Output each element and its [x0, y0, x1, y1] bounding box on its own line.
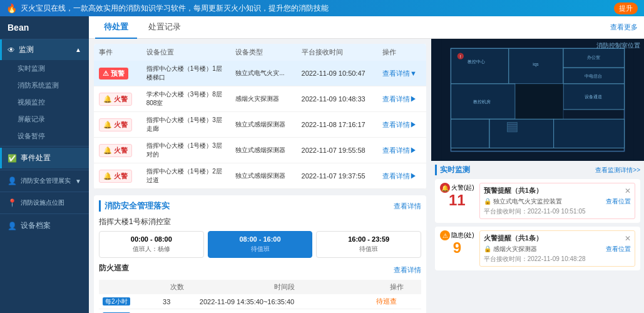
- sidebar-item-fire-mgmt[interactable]: 👤 消防安全管理展实 ▼: [0, 172, 89, 190]
- event-row-4: 🔔 火警 指挥中心大楼（1号楼）2层 过道 独立式感烟探测器 2022-11-0…: [94, 163, 426, 189]
- alarm-device-1: 🔒感烟火灾探测器 查看位置: [484, 245, 631, 254]
- event-action-1[interactable]: 查看详情▶: [377, 86, 426, 112]
- event-type-icon-2: 🔔: [103, 121, 112, 129]
- event-action-0[interactable]: 查看详情▼: [377, 61, 426, 86]
- event-row-0: ⚠ 预警 指挥中心大楼（1号楼）1层 楼梯口 独立式电气火灾... 2022-1…: [94, 61, 426, 86]
- svg-rect-14: [515, 84, 563, 119]
- event-type-icon-0: ⚠: [103, 69, 109, 78]
- event-row-1: 🔔 火警 学术中心大楼（3号楼）8层 808室 感烟火灾探测器 2022-11-…: [94, 86, 426, 112]
- patrol-view-more[interactable]: 查看详情: [394, 265, 421, 275]
- col-time: 平台接收时间: [297, 44, 378, 61]
- event-badge-1: 🔔 火警: [99, 93, 132, 106]
- patrol-row-0: 每2小时 33 2022-11-09 14:35:40~16:35:40 待巡查: [99, 294, 421, 309]
- shift-cards: 00:00 - 08:00 值班人：杨修 08:00 - 16:00 待值班 1…: [99, 231, 421, 258]
- col-event: 事件: [94, 44, 141, 61]
- event-type-icon-4: 🔔: [103, 172, 112, 180]
- alarm-location-btn-0[interactable]: 查看位置: [606, 197, 631, 206]
- event-action-2[interactable]: 查看详情▶: [377, 112, 426, 138]
- event-badge-3: 🔔 火警: [99, 144, 132, 157]
- shift-card-2: 16:00 - 23:59 待值班: [316, 231, 421, 258]
- sidebar-item-device-file[interactable]: 👤 设备档案: [0, 215, 89, 236]
- alarm-time-1: 平台接收时间：2022-11-09 10:48:28: [484, 255, 631, 264]
- file-icon: 👤: [8, 222, 17, 230]
- event-device-3: 独立式感烟探测器: [230, 138, 296, 163]
- banner-text: 灭火宝贝在线，一款高效实用的消防知识学习软件，每周更新灭火小知识，提升您的消防技…: [21, 3, 610, 14]
- alarm-type-label-1: 隐患(处): [451, 231, 474, 240]
- patrol-action-0[interactable]: 待巡查: [376, 297, 397, 305]
- alarm-time-0: 平台接收时间：2022-11-09 10:51:05: [484, 207, 631, 216]
- tab-pending[interactable]: 待处置: [95, 16, 137, 39]
- svg-text:设备通道: 设备通道: [585, 95, 602, 100]
- alarm-detail-title-0: 预警提醒（共1条）: [484, 186, 543, 195]
- event-badge-0: ⚠ 预警: [99, 68, 128, 80]
- event-type-icon-1: 🔔: [103, 95, 112, 103]
- event-device-1: 感烟火灾探测器: [230, 86, 296, 112]
- upgrade-button[interactable]: 提升: [614, 3, 638, 14]
- tab-handled[interactable]: 处置记录: [140, 16, 190, 39]
- patrol-table: 次数 时间段 操作 每2小时 33 2022-11-09 14:35:40~16…: [99, 280, 421, 313]
- sidebar-item-video[interactable]: 视频监控: [0, 94, 89, 111]
- col-location: 设备位置: [141, 44, 231, 61]
- event-time-4: 2022-11-07 19:37:55: [297, 163, 378, 189]
- patrol-badge-0: 每2小时: [103, 297, 130, 305]
- shift-card-1: 08:00 - 16:00 待值班: [208, 231, 313, 258]
- event-time-1: 2022-11-09 10:48:33: [297, 86, 378, 112]
- sidebar: Bean 👁 监测 ▲ 实时监测 消防系统监测 视频监控 屏蔽记录 设备暂停 ✅…: [0, 16, 89, 313]
- alarm-detail-box-1: 火警提醒（共1条） ✕ 🔒感烟火灾探测器 查看位置 平台接收时间：2022-11…: [479, 230, 635, 267]
- event-location-4: 指挥中心大楼（1号楼）2层 过道: [141, 163, 231, 189]
- col-device: 设备类型: [230, 44, 296, 61]
- alarm-count-0: 11: [449, 193, 466, 208]
- svg-rect-17: [554, 119, 625, 148]
- sidebar-logo: Bean: [0, 16, 89, 39]
- sidebar-item-screen[interactable]: 屏蔽记录: [0, 111, 89, 128]
- shift-card-0: 00:00 - 08:00 值班人：杨修: [99, 231, 204, 258]
- event-location-3: 指挥中心大楼（1号楼）3层 对的: [141, 138, 231, 163]
- alarm-cards: 🔔 火警(起) 11 预警提醒（共1条） ✕ 🔒独立式电气火灾监控装置 查看位置…: [435, 179, 640, 270]
- alarm-location-btn-1[interactable]: 查看位置: [606, 245, 631, 254]
- event-type-2: 🔔 火警: [94, 112, 141, 138]
- floor-plan-svg: 教控中心 iqs 办公室 中电信台 教控机房 设备通道: [431, 39, 644, 161]
- svg-text:教控中心: 教控中心: [468, 59, 486, 64]
- svg-rect-15: [451, 119, 489, 148]
- event-time-3: 2022-11-07 19:55:58: [297, 138, 378, 163]
- sidebar-item-fire-point[interactable]: 📍 消防设施点位图: [0, 193, 89, 212]
- view-more-link[interactable]: 查看更多: [610, 23, 638, 32]
- alarm-count-1: 9: [453, 240, 461, 255]
- sidebar-item-fire-sys[interactable]: 消防系统监测: [0, 77, 89, 94]
- event-device-0: 独立式电气火灾...: [230, 61, 296, 86]
- alarm-card-1: ⚠ 隐患(处) 9 火警提醒（共1条） ✕ 🔒感烟火灾探测器 查看位置 平台接收…: [435, 227, 640, 270]
- map-label: 消防控制室位置: [596, 41, 640, 50]
- event-action-3[interactable]: 查看详情▶: [377, 138, 426, 163]
- sidebar-item-device-stop[interactable]: 设备暂停: [0, 128, 89, 145]
- svg-rect-20: [508, 122, 517, 131]
- event-device-4: 独立式感烟探测器: [230, 163, 296, 189]
- event-action-4[interactable]: 查看详情▶: [377, 163, 426, 189]
- pin-icon: 📍: [8, 198, 17, 207]
- chevron-down-icon: ▼: [75, 178, 81, 185]
- sidebar-item-event-handle[interactable]: ✅ 事件处置: [0, 148, 89, 168]
- event-type-0: ⚠ 预警: [94, 61, 141, 86]
- alarm-close-btn-1[interactable]: ✕: [625, 234, 631, 243]
- event-type-icon-3: 🔔: [103, 146, 112, 155]
- alarm-detail-title-1: 火警提醒（共1条）: [484, 233, 543, 243]
- alarm-type-label-0: 火警(起): [451, 183, 474, 192]
- patrol-title: 防火巡查: [99, 263, 129, 274]
- mgmt-title: 消防安全管理落实 查看详情: [99, 200, 421, 212]
- event-type-3: 🔔 火警: [94, 138, 141, 163]
- alarm-card-0: 🔔 火警(起) 11 预警提醒（共1条） ✕ 🔒独立式电气火灾监控装置 查看位置…: [435, 179, 640, 223]
- alarm-close-btn-0[interactable]: ✕: [625, 187, 631, 195]
- map-section: 消防控制室位置 教控中心 iqs 办公室 中电信: [431, 39, 644, 161]
- person-icon: 👤: [8, 177, 17, 185]
- event-device-2: 独立式感烟探测器: [230, 112, 296, 138]
- tabs-bar: 待处置 处置记录 查看更多: [89, 16, 644, 39]
- sidebar-item-realtime[interactable]: 实时监测: [0, 60, 89, 77]
- svg-text:办公室: 办公室: [587, 55, 600, 60]
- event-time-2: 2022-11-08 17:16:17: [297, 112, 378, 138]
- event-location-2: 指挥中心大楼（1号楼）3层 走廊: [141, 112, 231, 138]
- monitoring-link[interactable]: 查看监测详情>>: [595, 166, 640, 175]
- monitor-icon: 👁: [8, 46, 15, 54]
- event-badge-4: 🔔 火警: [99, 170, 132, 183]
- event-type-1: 🔔 火警: [94, 86, 141, 112]
- sidebar-item-monitor[interactable]: 👁 监测 ▲: [0, 39, 89, 60]
- mgmt-view-more[interactable]: 查看详情: [394, 202, 421, 211]
